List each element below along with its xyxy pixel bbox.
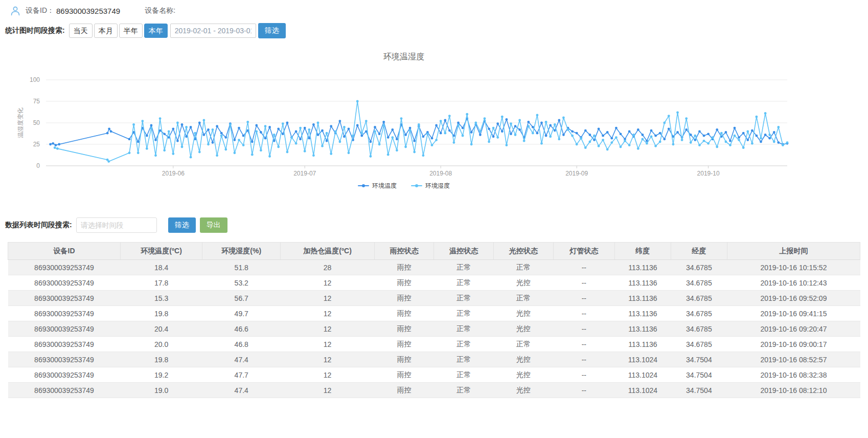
table-cell: 12 <box>281 383 374 398</box>
data-point <box>312 123 315 126</box>
data-point <box>198 122 201 124</box>
data-point <box>339 120 341 122</box>
data-point <box>330 152 332 155</box>
data-point <box>725 141 727 143</box>
data-point <box>181 146 184 148</box>
table-cell: 49.7 <box>202 306 281 321</box>
table-row: 86930003925374919.847.412雨控正常光控--113.102… <box>8 352 860 367</box>
table-cell: -- <box>553 306 614 321</box>
data-point <box>141 120 144 122</box>
data-point <box>107 160 110 163</box>
table-cell: -- <box>553 260 614 275</box>
quick-range-button-1[interactable]: 本月 <box>94 24 118 38</box>
chart-search-bar: 统计图时间段搜索: 当天本月半年本年 筛选 <box>5 23 868 38</box>
data-point <box>659 141 661 143</box>
quick-range-button-2[interactable]: 半年 <box>119 24 143 38</box>
data-point <box>382 124 385 127</box>
data-point <box>668 115 670 117</box>
data-point <box>150 127 153 129</box>
data-point <box>474 122 477 124</box>
chart-search-label: 统计图时间段搜索: <box>5 26 65 35</box>
quick-range-button-0[interactable]: 当天 <box>69 24 93 38</box>
data-point <box>348 151 350 154</box>
data-point <box>154 154 157 157</box>
data-point <box>382 121 385 123</box>
table-cell: 34.6785 <box>671 321 727 337</box>
table-cell: 光控 <box>494 275 554 291</box>
list-filter-button[interactable]: 筛选 <box>168 217 196 233</box>
quick-range-button-3[interactable]: 本年 <box>144 24 168 38</box>
data-point <box>768 134 771 136</box>
chart-container: 环境温湿度 0255075100温湿度变化2019-062019-072019-… <box>5 52 803 191</box>
data-point <box>176 122 179 124</box>
table-cell: 12 <box>281 352 374 367</box>
data-point <box>698 144 701 146</box>
x-tick-label: 2019-08 <box>429 170 452 176</box>
data-point <box>352 135 354 137</box>
data-point <box>716 128 718 131</box>
data-point <box>501 130 504 133</box>
data-point <box>514 134 517 136</box>
data-point <box>234 151 236 154</box>
table-cell: 雨控 <box>374 337 434 352</box>
legend-item-0[interactable]: 环境温度 <box>358 182 397 190</box>
list-date-range-input[interactable] <box>76 217 157 233</box>
data-point <box>694 135 696 137</box>
data-point <box>506 144 508 146</box>
data-point <box>203 119 205 122</box>
chart-date-range-input[interactable] <box>170 24 256 38</box>
data-point <box>150 124 153 127</box>
export-button[interactable]: 导出 <box>200 217 227 233</box>
data-point <box>321 145 324 147</box>
data-point <box>146 147 148 150</box>
table-cell: 113.1024 <box>614 367 671 383</box>
table-cell: 光控 <box>494 367 554 383</box>
table-cell: 47.7 <box>202 367 281 383</box>
data-point <box>154 139 157 141</box>
data-point <box>413 140 416 142</box>
data-point <box>396 138 398 141</box>
data-point <box>448 129 451 132</box>
table-cell: 2019-10-16 08:12:10 <box>727 383 860 398</box>
data-point <box>514 125 517 127</box>
legend-item-1[interactable]: 环境湿度 <box>411 182 450 190</box>
table-row: 86930003925374919.047.412雨控正常光控--113.102… <box>8 383 860 398</box>
data-point <box>176 140 179 142</box>
data-point <box>273 134 276 136</box>
data-point <box>760 141 762 143</box>
table-cell: 869300039253749 <box>8 306 121 321</box>
data-point <box>642 138 644 141</box>
table-cell: 113.1024 <box>614 352 671 367</box>
data-point <box>760 137 762 140</box>
table-cell: 正常 <box>434 291 494 306</box>
data-point <box>348 127 350 130</box>
table-cell: 20.4 <box>121 321 202 337</box>
data-point <box>720 132 723 135</box>
table-cell: 47.4 <box>202 383 281 398</box>
table-cell: 869300039253749 <box>8 321 121 337</box>
legend-label: 环境温度 <box>372 182 397 190</box>
chart-filter-button[interactable]: 筛选 <box>258 23 286 38</box>
data-point <box>212 128 214 131</box>
data-point <box>146 135 148 137</box>
data-point <box>181 123 184 126</box>
table-cell: 12 <box>281 367 374 383</box>
data-point <box>738 139 740 141</box>
data-point <box>462 135 464 137</box>
table-cell: 正常 <box>434 383 494 398</box>
data-point <box>510 133 512 135</box>
data-point <box>255 124 258 127</box>
data-point <box>637 128 639 131</box>
data-point <box>742 146 745 149</box>
list-search-bar: 数据列表时间段搜索: 筛选 导出 <box>5 217 868 233</box>
column-header-4: 雨控状态 <box>374 243 434 260</box>
data-point <box>172 152 174 155</box>
table-cell: -- <box>553 352 614 367</box>
data-point <box>52 142 54 145</box>
table-header-row: 设备ID环境温度(ºC)环境湿度(%)加热仓温度(ºC)雨控状态温控状态光控状态… <box>8 243 860 260</box>
data-point <box>339 141 341 143</box>
data-point <box>676 111 679 114</box>
table-cell: 113.1136 <box>614 275 671 291</box>
data-point <box>55 144 57 146</box>
data-point <box>435 139 438 141</box>
